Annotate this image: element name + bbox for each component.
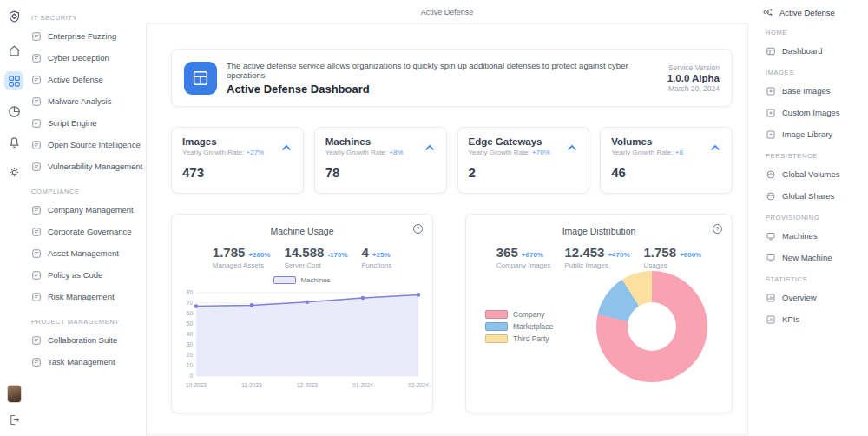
top-bar: Active Defense	[146, 0, 748, 23]
svg-text:02-2024: 02-2024	[408, 382, 429, 388]
legend-label: Company	[513, 310, 544, 319]
metric-delta: -170%	[327, 251, 347, 259]
stat-card-value: 473	[182, 165, 293, 180]
sidebar-item[interactable]: Open Source Intelligence	[28, 134, 146, 155]
machine-usage-stats: 1.785+260% Managed Assets 14.588-170% Se…	[181, 245, 424, 269]
metric-label: Company Images	[496, 261, 551, 269]
help-icon[interactable]: ?	[413, 224, 423, 234]
sidebar-item[interactable]: Company Management	[28, 199, 146, 221]
legend-item: Marketplace	[485, 322, 581, 331]
stat-card-title: Images	[182, 136, 293, 147]
home-icon[interactable]	[4, 41, 23, 60]
sidebar-item[interactable]: Task Management	[28, 351, 146, 373]
legend-label: Machines	[300, 276, 330, 284]
osint-icon	[31, 140, 42, 150]
section-header: COMPLIANCE	[31, 188, 146, 195]
sidebar-item-label: Collaboration Suite	[48, 335, 117, 345]
image-distribution-title: Image Distribution	[475, 226, 723, 236]
svg-text:10: 10	[187, 362, 194, 368]
right-section-persistence: PERSISTENCE Global Volumes Global Shares	[762, 152, 865, 207]
right-sidebar-item[interactable]: Custom Images	[762, 102, 865, 123]
image-distribution-stats: 365+670% Company Images 12.453+470% Publ…	[475, 245, 723, 269]
sidebar-item-label: Enterprise Fuzzing	[48, 31, 116, 41]
right-sidebar-item[interactable]: Machines	[762, 225, 865, 247]
hero-card: The active defense service allows organi…	[171, 49, 733, 107]
sidebar-item[interactable]: Script Engine	[28, 112, 146, 134]
right-sidebar-item[interactable]: Global Shares	[762, 185, 865, 207]
risk-management-icon	[31, 292, 42, 302]
metric: 14.588-170% Server Cost	[284, 245, 347, 269]
sidebar-item[interactable]: Collaboration Suite	[28, 329, 146, 351]
pie-chart-icon[interactable]	[4, 102, 23, 121]
asset-management-icon	[31, 248, 42, 259]
right-sidebar-item[interactable]: Overview	[762, 287, 865, 308]
service-switcher[interactable]: Active Defense	[762, 6, 865, 18]
legend-label: Marketplace	[513, 322, 553, 331]
collaboration-suite-icon	[31, 335, 42, 346]
base-images-icon	[766, 86, 776, 96]
svg-text:30: 30	[187, 341, 194, 347]
right-sidebar-item[interactable]: Base Images	[762, 80, 865, 102]
corporate-governance-icon	[31, 227, 42, 237]
sidebar-item[interactable]: Corporate Governance	[28, 221, 146, 242]
svg-text:10-2023: 10-2023	[186, 382, 207, 388]
legend-swatch	[273, 276, 296, 284]
right-section-images: IMAGES Base Images Custom Images	[762, 69, 865, 145]
stat-card-value: 78	[326, 165, 436, 180]
help-icon[interactable]: ?	[713, 224, 722, 234]
sidebar-item[interactable]: Asset Management	[28, 242, 146, 264]
sidebar-item[interactable]: Policy as Code	[28, 264, 146, 286]
svg-text:01-2024: 01-2024	[352, 382, 373, 388]
right-sidebar-item[interactable]: Dashboard	[762, 40, 865, 62]
sidebar-item[interactable]: Cyber Deception	[28, 47, 146, 69]
metric-value: 1.758	[644, 245, 677, 260]
right-sidebar-item[interactable]: New Machine	[762, 247, 865, 268]
stat-card-value: 2	[469, 165, 579, 180]
charts-row: Machine Usage ? 1.785+260% Managed Asset…	[171, 214, 733, 413]
sidebar-item-label: Cyber Deception	[48, 53, 109, 63]
image-distribution-card: Image Distribution ? 365+670% Company Im…	[465, 214, 733, 413]
chevron-up-icon[interactable]	[424, 140, 436, 155]
hero-description: The active defense service allows organi…	[227, 61, 667, 80]
stat-card-title: Edge Gateways	[469, 136, 579, 147]
sidebar-item[interactable]: Malware Analysis	[28, 90, 146, 112]
stat-card: Machines Yearly Growth Rate: +8% 78	[314, 127, 447, 194]
right-sidebar-item-label: Machines	[782, 231, 818, 241]
chevron-up-icon[interactable]	[709, 140, 721, 155]
right-sidebar-item-label: KPIs	[782, 314, 799, 324]
legend-item: Company	[485, 310, 581, 319]
apps-grid-icon[interactable]	[4, 71, 23, 90]
right-sidebar-item[interactable]: KPIs	[762, 308, 865, 330]
right-sidebar-item[interactable]: Image Library	[762, 123, 865, 145]
gear-icon[interactable]	[4, 162, 23, 182]
user-avatar[interactable]	[7, 385, 22, 403]
legend-label: Third Party	[513, 334, 549, 343]
growth-rate: +8	[675, 149, 683, 156]
right-sidebar-item[interactable]: Global Volumes	[762, 163, 865, 185]
sidebar-item[interactable]: Vulnerability Management	[28, 155, 146, 177]
legend-item: Third Party	[485, 334, 581, 343]
chevron-up-icon[interactable]	[280, 140, 293, 155]
stat-card-growth: Yearly Growth Rate: +27%	[182, 149, 293, 156]
chevron-up-icon[interactable]	[566, 140, 578, 155]
svg-text:20: 20	[187, 352, 194, 358]
sidebar-item[interactable]: Active Defense	[28, 69, 146, 90]
left-sidebar: IT SECURITY Enterprise Fuzzing Cyber Dec…	[28, 0, 146, 436]
sidebar-item-label: Active Defense	[48, 75, 103, 84]
metric: 1.758+600% Usages	[644, 245, 702, 269]
metric: 1.785+260% Managed Assets	[213, 245, 271, 269]
bell-icon[interactable]	[4, 132, 23, 151]
growth-label: Yearly Growth Rate:	[469, 149, 530, 156]
sidebar-item-label: Task Management	[48, 357, 115, 367]
metric-delta: +670%	[522, 251, 543, 259]
custom-images-icon	[766, 108, 776, 118]
svg-text:11-2023: 11-2023	[241, 382, 262, 388]
stat-card-title: Volumes	[611, 136, 721, 147]
sidebar-item[interactable]: Enterprise Fuzzing	[28, 25, 146, 47]
right-sidebar-item-label: New Machine	[782, 253, 832, 262]
logout-icon[interactable]	[4, 410, 23, 429]
right-sidebar-item-label: Overview	[782, 293, 817, 302]
vulnerability-icon	[31, 162, 42, 172]
global-volumes-icon	[766, 169, 776, 180]
sidebar-item[interactable]: Risk Management	[28, 286, 146, 307]
